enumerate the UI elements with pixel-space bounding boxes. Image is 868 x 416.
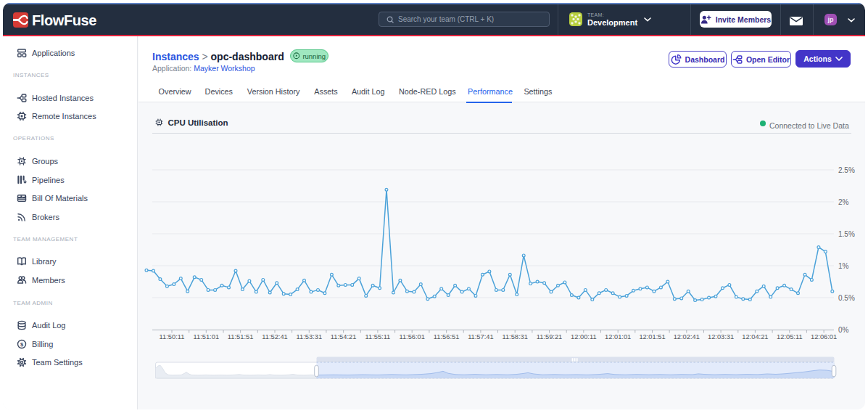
- svg-text:11:51:51: 11:51:51: [228, 333, 254, 340]
- svg-text:11:59:21: 11:59:21: [537, 333, 563, 340]
- svg-text:2%: 2%: [838, 198, 849, 206]
- svg-text:1%: 1%: [838, 262, 849, 270]
- svg-text:2.5%: 2.5%: [838, 166, 855, 174]
- svg-text:12:03:31: 12:03:31: [708, 333, 734, 340]
- svg-text:11:54:21: 11:54:21: [331, 333, 357, 340]
- svg-text:1.5%: 1.5%: [838, 230, 855, 238]
- svg-text:11:56:51: 11:56:51: [434, 333, 460, 340]
- svg-text:11:50:11: 11:50:11: [160, 333, 185, 340]
- svg-text:12:01:01: 12:01:01: [605, 333, 631, 340]
- svg-text:12:00:11: 12:00:11: [571, 333, 597, 340]
- svg-text:11:57:41: 11:57:41: [468, 333, 494, 340]
- svg-text:11:51:01: 11:51:01: [194, 333, 220, 340]
- svg-text:12:06:01: 12:06:01: [811, 333, 837, 340]
- svg-text:12:02:41: 12:02:41: [674, 333, 700, 340]
- svg-text:12:05:11: 12:05:11: [777, 333, 803, 340]
- svg-text:11:56:01: 11:56:01: [399, 333, 425, 340]
- svg-text:11:55:11: 11:55:11: [365, 333, 390, 340]
- svg-text:0%: 0%: [838, 326, 849, 334]
- svg-text:$: $: [20, 341, 24, 348]
- svg-text:12:01:51: 12:01:51: [639, 333, 665, 340]
- svg-text:12:04:21: 12:04:21: [742, 333, 768, 340]
- svg-text:11:58:31: 11:58:31: [502, 333, 528, 340]
- svg-text:11:52:41: 11:52:41: [262, 333, 288, 340]
- svg-text:11:53:31: 11:53:31: [297, 333, 323, 340]
- svg-text:0.5%: 0.5%: [838, 294, 855, 302]
